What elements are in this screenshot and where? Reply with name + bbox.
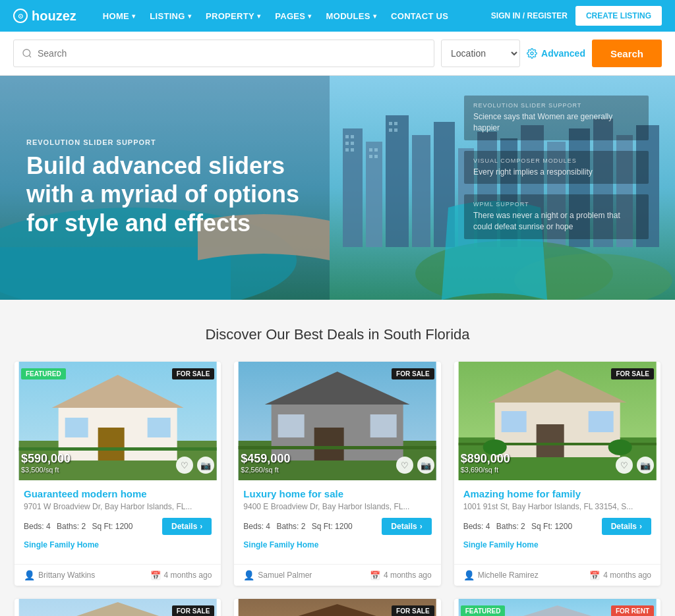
- card-footer-1: 👤 Samuel Palmer 📅 4 months ago: [234, 564, 440, 586]
- card-title-0[interactable]: Guaranteed modern home: [24, 488, 212, 499]
- nav-right: SIGN IN / REGISTER CREATE LISTING: [491, 6, 662, 26]
- logo-icon: ⊙: [13, 9, 28, 23]
- photo-button[interactable]: 📷: [197, 457, 214, 474]
- card-address-2: 1001 91st St, Bay Harbor Islands, FL 331…: [463, 502, 651, 511]
- featured-badge: FEATURED: [21, 368, 66, 379]
- property-cards-grid: FEATURED FOR SALE $590,000 $3,500/sq ft …: [15, 362, 660, 586]
- svg-rect-26: [369, 148, 372, 152]
- favorite-button[interactable]: ♡: [176, 457, 193, 474]
- card-body-1: Luxury home for sale 9400 E Broadview Dr…: [234, 480, 440, 564]
- card-address-1: 9400 E Broadview Dr, Bay Harbor Islands,…: [243, 502, 431, 511]
- beds-label: Beds: 4: [24, 522, 51, 531]
- details-button-0[interactable]: Details ›: [162, 518, 212, 535]
- photo-button[interactable]: 📷: [637, 457, 654, 474]
- card-price-sub: $3,690/sq ft: [461, 466, 510, 474]
- nav-item-pages[interactable]: PAGES▾: [268, 0, 318, 32]
- baths-label: Baths: 2: [276, 522, 305, 531]
- svg-rect-7: [366, 142, 382, 247]
- svg-rect-58: [501, 411, 526, 432]
- card-footer-0: 👤 Brittany Watkins 📅 4 months ago: [15, 564, 221, 586]
- card-price-sub: $3,500/sq ft: [21, 466, 71, 474]
- card-price-main: $590,000: [21, 452, 71, 466]
- nav-item-property[interactable]: PROPERTY▾: [199, 0, 267, 32]
- favorite-button[interactable]: ♡: [396, 457, 413, 474]
- logo[interactable]: ⊙ houzez: [13, 9, 76, 24]
- nav-item-modules[interactable]: MODULES▾: [320, 0, 383, 32]
- card-type-2: Single Family Home: [463, 540, 651, 549]
- svg-rect-31: [394, 122, 397, 125]
- card-footer-2: 👤 Michelle Ramirez 📅 4 months ago: [454, 564, 660, 586]
- chevron-right-icon: ›: [200, 522, 202, 531]
- card-details-row-1: Beds: 4 Baths: 2 Sq Ft: 1200 Details ›: [243, 518, 431, 535]
- card-price-1: $459,000 $2,560/sq ft: [241, 452, 290, 474]
- hero-content: REVOLUTION SLIDER SUPPORT Build advanced…: [0, 138, 330, 237]
- agent-name: Samuel Palmer: [258, 571, 312, 580]
- photo-button[interactable]: 📷: [417, 457, 434, 474]
- search-bar: Location Advanced Search: [0, 32, 675, 76]
- card-body-0: Guaranteed modern home 9701 W Broadview …: [15, 480, 221, 564]
- advanced-label: Advanced: [541, 48, 585, 59]
- svg-rect-49: [314, 428, 344, 461]
- svg-rect-52: [239, 446, 436, 449]
- deals-section: Discover Our Best Deals in South Florida…: [0, 300, 675, 616]
- hero-right-panels: REVOLUTION SLIDER SUPPORT Science says t…: [464, 96, 649, 239]
- brand-name: houzez: [32, 9, 76, 24]
- svg-rect-28: [369, 155, 372, 158]
- search-input[interactable]: [38, 48, 426, 59]
- svg-rect-41: [98, 428, 125, 461]
- hero-title: Build advanced sliders with a myriad of …: [26, 152, 303, 237]
- svg-rect-44: [19, 447, 217, 451]
- favorite-button[interactable]: ♡: [616, 457, 633, 474]
- sqft-label: Sq Ft: 1200: [312, 522, 353, 531]
- agent-name: Brittany Watkins: [38, 571, 95, 580]
- status-badge: FOR SALE: [611, 368, 654, 379]
- svg-rect-23: [351, 142, 354, 145]
- location-select[interactable]: Location: [441, 40, 520, 67]
- card-body-2: Amazing home for family 1001 91st St, Ba…: [454, 480, 660, 564]
- chevron-right-icon: ›: [639, 522, 642, 531]
- svg-rect-9: [412, 135, 430, 247]
- create-listing-button[interactable]: CREATE LISTING: [575, 6, 662, 26]
- hero-section: REVOLUTION SLIDER SUPPORT Build advanced…: [0, 76, 675, 300]
- hero-panel-sub-0: REVOLUTION SLIDER SUPPORT: [473, 102, 639, 109]
- bottom-cards-row: FOR SALE FOR SALE FEATURED: [15, 599, 660, 616]
- svg-rect-51: [370, 414, 397, 437]
- nav-item-home[interactable]: HOME▾: [96, 0, 142, 32]
- calendar-icon: 📅: [589, 571, 600, 580]
- hero-panel-body-2: There was never a night or a problem tha…: [473, 210, 639, 233]
- card-title-1[interactable]: Luxury home for sale: [243, 488, 431, 499]
- svg-rect-43: [148, 418, 171, 437]
- card-details-row-0: Beds: 4 Baths: 2 Sq Ft: 1200 Details ›: [24, 518, 212, 535]
- featured-badge: FEATURED: [461, 605, 506, 616]
- hero-sub-label: REVOLUTION SLIDER SUPPORT: [26, 138, 303, 146]
- card-action-icons: ♡ 📷: [616, 457, 654, 474]
- card-price-2: $890,000 $3,690/sq ft: [461, 452, 510, 474]
- card-title-2[interactable]: Amazing home for family: [463, 488, 651, 499]
- search-input-container: [13, 40, 434, 67]
- bottom-card-0: FOR SALE: [15, 599, 221, 616]
- hero-panel-1: VISUAL COMPOSER MODULES Every right impl…: [464, 151, 649, 184]
- deals-title: Discover Our Best Deals in South Florida: [13, 326, 662, 343]
- svg-rect-24: [345, 148, 349, 152]
- svg-line-1: [29, 55, 31, 57]
- bottom-card-img-2: FEATURED FOR RENT: [454, 599, 660, 616]
- svg-point-2: [531, 52, 533, 55]
- search-button[interactable]: Search: [592, 40, 662, 67]
- sign-in-link[interactable]: SIGN IN / REGISTER: [491, 11, 568, 20]
- details-button-1[interactable]: Details ›: [382, 518, 431, 535]
- user-icon: 👤: [463, 570, 475, 580]
- svg-rect-8: [386, 115, 409, 247]
- card-action-icons: ♡ 📷: [396, 457, 434, 474]
- svg-rect-22: [345, 142, 349, 145]
- advanced-button[interactable]: Advanced: [527, 48, 585, 59]
- card-time-1: 📅 4 months ago: [370, 571, 432, 580]
- svg-rect-29: [374, 155, 378, 158]
- card-type-0: Single Family Home: [24, 540, 212, 549]
- nav-item-contact-us[interactable]: CONTACT US: [384, 0, 455, 32]
- hero-panel-2: WPML SUPPORT There was never a night or …: [464, 194, 649, 239]
- bottom-card-2: FEATURED FOR RENT: [454, 599, 660, 616]
- nav-item-listing[interactable]: LISTING▾: [143, 0, 198, 32]
- details-button-2[interactable]: Details ›: [602, 518, 651, 535]
- bottom-card-1: FOR SALE: [234, 599, 440, 616]
- chevron-down-icon: ▾: [257, 13, 260, 20]
